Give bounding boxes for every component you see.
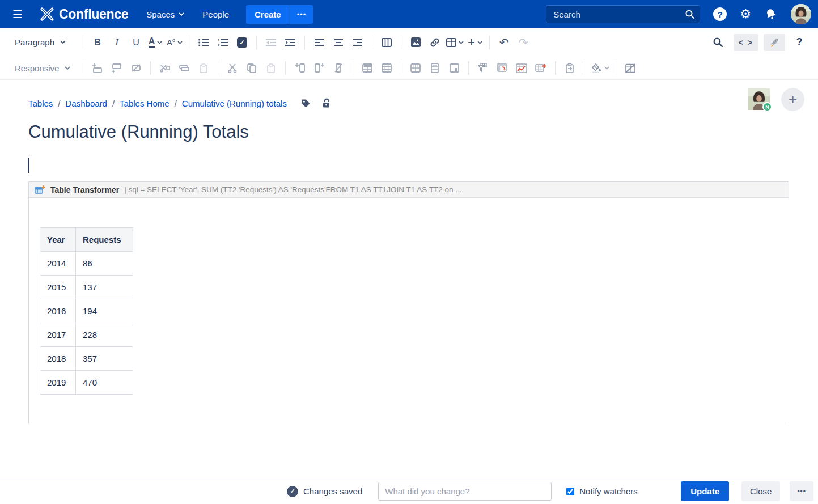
cell-year[interactable]: 2018 — [40, 347, 76, 371]
search-box — [546, 5, 700, 23]
create-more-button[interactable]: ••• — [290, 5, 313, 24]
insert-files-button[interactable] — [408, 34, 423, 51]
remove-table-button[interactable] — [622, 60, 638, 77]
table-transformer-macro[interactable]: Table Transformer | sql = SELECT 'Year',… — [28, 181, 789, 424]
breadcrumb-link-tables-home[interactable]: Tables Home — [120, 99, 169, 108]
italic-icon: I — [115, 37, 118, 47]
user-avatar[interactable] — [791, 4, 811, 24]
confluence-logo[interactable]: Confluence — [40, 7, 128, 22]
align-right-button[interactable] — [350, 34, 366, 51]
cell-requests[interactable]: 228 — [76, 323, 133, 347]
cell-year[interactable]: 2016 — [40, 299, 76, 323]
nav-people[interactable]: People — [202, 10, 229, 19]
cell-requests[interactable]: 86 — [76, 252, 133, 276]
help-icon[interactable]: ? — [713, 7, 727, 21]
data-table[interactable]: Year Requests 201486 2015137 2016194 201… — [40, 227, 133, 395]
launch-rocket-button[interactable] — [764, 34, 785, 51]
breadcrumb-link-current-page[interactable]: Cumulative (Running) totals — [182, 99, 287, 108]
copy-button — [244, 60, 260, 77]
update-button[interactable]: Update — [681, 481, 729, 501]
page-layout-button[interactable] — [379, 34, 395, 51]
table-grid-icon — [382, 63, 392, 73]
cell-year[interactable]: 2014 — [40, 252, 76, 276]
notify-watchers-label: Notify watchers — [579, 486, 638, 496]
insert-link-button[interactable] — [427, 34, 443, 51]
cell-requests[interactable]: 137 — [76, 276, 133, 299]
footer-more-button[interactable]: ••• — [790, 481, 813, 501]
notify-watchers-checkbox[interactable] — [566, 488, 574, 495]
cell-requests[interactable]: 194 — [76, 299, 133, 323]
macro-body[interactable]: Year Requests 201486 2015137 2016194 201… — [29, 198, 789, 424]
italic-button[interactable]: I — [109, 34, 125, 51]
underline-button[interactable]: U — [128, 34, 144, 51]
breadcrumb-separator: / — [112, 99, 115, 108]
toolbar-separator — [304, 36, 305, 49]
svg-text:1: 1 — [218, 39, 220, 42]
hamburger-menu-icon[interactable]: ☰ — [12, 7, 27, 21]
add-row-below-icon — [112, 63, 122, 73]
invite-collaborator-button[interactable]: + — [781, 88, 804, 111]
more-formatting-button[interactable]: Ao — [167, 34, 183, 51]
table-mode-dropdown[interactable]: Responsive — [11, 61, 78, 75]
paragraph-style-dropdown[interactable]: Paragraph — [11, 35, 78, 49]
text-color-button[interactable]: A — [147, 34, 163, 51]
filter-table-button[interactable] — [475, 60, 491, 77]
cell-year[interactable]: 2015 — [40, 276, 76, 299]
chevron-down-icon — [459, 41, 464, 44]
macro-name: Table Transformer — [50, 185, 119, 194]
search-input[interactable] — [546, 5, 700, 23]
collaborator-avatar[interactable]: N — [748, 88, 770, 110]
bullet-list-button[interactable] — [196, 34, 211, 51]
indent-button[interactable] — [282, 34, 298, 51]
insert-table-button[interactable] — [446, 34, 464, 51]
add-data-table-button[interactable] — [533, 60, 549, 77]
add-column-before-icon — [295, 63, 305, 73]
numbered-list-button[interactable]: 12 — [215, 34, 231, 51]
insert-more-button[interactable]: + — [467, 34, 483, 51]
find-replace-button[interactable] — [710, 34, 726, 51]
column-header-requests[interactable]: Requests — [76, 228, 133, 252]
footer-buttons: Update Close ••• — [681, 481, 818, 501]
align-center-button[interactable] — [330, 34, 346, 51]
create-button[interactable]: Create — [246, 5, 290, 24]
cell-fill-color-button[interactable] — [591, 60, 609, 77]
bold-button[interactable]: B — [90, 34, 105, 51]
column-header-year[interactable]: Year — [40, 228, 76, 252]
labels-tag-icon[interactable] — [301, 99, 311, 108]
nav-spaces[interactable]: Spaces — [146, 10, 184, 19]
page-title[interactable]: Cumulative (Running) Totals — [28, 122, 249, 142]
copy-table-button[interactable] — [562, 60, 578, 77]
breadcrumb-link-dashboard[interactable]: Dashboard — [66, 99, 107, 108]
breadcrumb-link-tables[interactable]: Tables — [28, 99, 53, 108]
editor-footer: ✓ Changes saved Notify watchers Update C… — [0, 478, 818, 504]
chevron-down-icon — [179, 12, 184, 16]
pivot-table-button[interactable] — [494, 60, 510, 77]
cell-requests[interactable]: 470 — [76, 371, 133, 395]
notifications-bell-icon[interactable] — [764, 7, 778, 21]
macro-header[interactable]: Table Transformer | sql = SELECT 'Year',… — [29, 182, 789, 198]
toolbar-separator — [285, 61, 286, 75]
editor-help-button[interactable]: ? — [791, 34, 807, 51]
cell-year[interactable]: 2019 — [40, 371, 76, 395]
toolbar-separator — [555, 61, 556, 75]
close-button[interactable]: Close — [741, 481, 780, 501]
toolbar-separator — [83, 36, 83, 49]
gear-icon[interactable]: ⚙ — [740, 8, 751, 20]
chevron-down-icon — [60, 40, 66, 44]
source-editor-button[interactable]: < > — [734, 34, 758, 51]
align-left-button[interactable] — [311, 34, 327, 51]
rocket-icon — [769, 37, 780, 48]
unlock-icon[interactable] — [322, 98, 330, 108]
editor-content[interactable]: Tables / Dashboard / Tables Home / Cumul… — [0, 80, 818, 478]
cell-requests[interactable]: 357 — [76, 347, 133, 371]
version-comment-input[interactable] — [378, 482, 552, 501]
table-chart-button[interactable] — [514, 60, 529, 77]
table-chart-icon — [516, 63, 527, 73]
breadcrumb: Tables / Dashboard / Tables Home / Cumul… — [28, 98, 330, 108]
search-icon[interactable] — [685, 9, 695, 19]
add-data-table-icon — [535, 63, 546, 73]
undo-button[interactable]: ↶ — [496, 34, 512, 51]
task-list-button[interactable]: ✓ — [234, 34, 250, 51]
chevron-down-icon — [157, 41, 162, 44]
cell-year[interactable]: 2017 — [40, 323, 76, 347]
